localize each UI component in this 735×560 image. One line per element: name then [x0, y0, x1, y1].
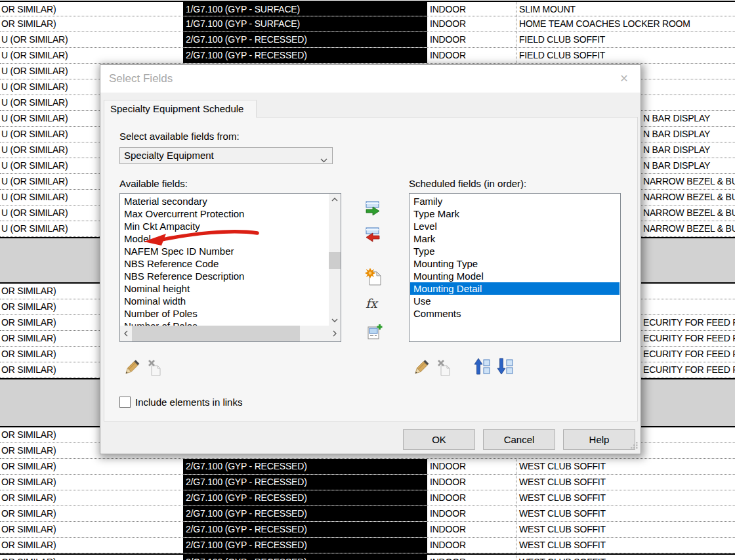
table-cell[interactable]: NARROW BEZEL & BU [643, 221, 735, 236]
table-cell[interactable]: WEST CLUB SOFFIT [519, 538, 606, 553]
new-parameter-icon[interactable] [365, 267, 383, 290]
remove-parameter-icon[interactable] [364, 226, 382, 247]
table-cell[interactable]: OR SIMILAR) [1, 315, 56, 330]
list-item[interactable]: Mounting Detail [410, 282, 620, 295]
table-cell[interactable]: FIELD CLUB SOFFIT [519, 32, 605, 47]
list-item[interactable]: Level [410, 220, 620, 232]
table-cell[interactable]: U (OR SIMILAR) [1, 221, 68, 236]
scheduled-fields-list[interactable]: FamilyType MarkLevelMarkTypeMounting Typ… [409, 193, 621, 342]
table-cell[interactable]: U (OR SIMILAR) [1, 32, 68, 47]
list-item[interactable]: Mounting Type [410, 257, 620, 270]
table-cell[interactable]: 2/G7.100 (GYP - RECESSED) [183, 475, 427, 490]
scroll-up-icon[interactable] [329, 194, 341, 205]
table-cell[interactable]: 2/G7.100 (GYP - RECESSED) [183, 522, 427, 537]
table-cell[interactable]: 1/G7.100 (GYP - SURFACE) [183, 2, 427, 16]
list-item[interactable]: Number of Poles [121, 320, 316, 326]
list-item[interactable]: Family [410, 195, 620, 207]
table-cell[interactable]: WEST CLUB SOFFIT [519, 459, 606, 474]
scroll-left-icon[interactable] [120, 326, 132, 341]
table-cell[interactable]: NARROW BEZEL & BU [643, 190, 735, 205]
list-item[interactable]: Model [121, 232, 316, 245]
table-cell[interactable]: N BAR DISPLAY [643, 158, 710, 173]
table-cell[interactable]: INDOOR [427, 538, 516, 553]
table-cell[interactable]: INDOOR [427, 555, 516, 560]
table-cell[interactable]: 2/G7.100 (GYP - RECESSED) [183, 490, 427, 506]
table-cell[interactable]: U (OR SIMILAR) [1, 142, 68, 158]
table-cell[interactable]: U (OR SIMILAR) [1, 174, 68, 189]
table-cell[interactable]: U (OR SIMILAR) [1, 190, 68, 205]
table-cell[interactable]: WEST CLUB SOFFIT [519, 555, 606, 560]
table-cell[interactable]: HOME TEAM COACHES LOCKER ROOM [519, 16, 690, 32]
delete-parameter-icon[interactable] [146, 358, 165, 379]
table-cell[interactable]: U (OR SIMILAR) [1, 48, 68, 63]
table-cell[interactable]: NARROW BEZEL & BU [643, 174, 735, 189]
table-cell[interactable]: OR SIMILAR) [1, 16, 56, 32]
table-cell[interactable]: OR SIMILAR) [1, 347, 56, 362]
edit-parameter-icon[interactable] [122, 358, 140, 379]
list-item[interactable]: Mounting Model [410, 270, 620, 282]
table-cell[interactable]: 2/G7.100 (GYP - RECESSED) [183, 555, 427, 560]
include-elements-in-links-checkbox[interactable] [119, 397, 131, 408]
table-cell[interactable]: OR SIMILAR) [1, 490, 56, 506]
list-item[interactable]: NAFEM Spec ID Number [121, 245, 316, 257]
table-cell[interactable]: OR SIMILAR) [1, 427, 56, 442]
table-cell[interactable]: OR SIMILAR) [1, 506, 56, 521]
table-cell[interactable]: ECURITY FOR FEED RE [643, 347, 735, 362]
table-cell[interactable]: OR SIMILAR) [1, 331, 56, 346]
table-cell[interactable]: OR SIMILAR) [1, 443, 56, 458]
table-cell[interactable]: INDOOR [427, 16, 516, 32]
help-button[interactable]: Help [563, 429, 635, 450]
scrollbar-thumb[interactable] [329, 252, 341, 269]
list-item[interactable]: Type Mark [410, 207, 620, 220]
table-cell[interactable]: INDOOR [427, 522, 516, 537]
table-cell[interactable]: 2/G7.100 (GYP - RECESSED) [183, 48, 427, 63]
table-cell[interactable]: 1/G7.100 (GYP - SURFACE) [183, 16, 427, 32]
table-cell[interactable]: OR SIMILAR) [1, 299, 56, 314]
table-cell[interactable]: OR SIMILAR) [1, 555, 56, 560]
list-item[interactable]: NBS Reference Code [121, 257, 316, 270]
cancel-button[interactable]: Cancel [483, 429, 555, 450]
table-cell[interactable]: U (OR SIMILAR) [1, 158, 68, 173]
table-cell[interactable]: ECURITY FOR FEED RE [643, 362, 735, 377]
table-cell[interactable]: SLIM MOUNT [519, 2, 576, 16]
horizontal-scrollbar[interactable] [120, 326, 341, 341]
table-cell[interactable]: N BAR DISPLAY [643, 142, 710, 158]
table-cell[interactable]: WEST CLUB SOFFIT [519, 475, 606, 490]
list-item[interactable]: Max Overcurrent Protection [121, 207, 316, 220]
table-cell[interactable]: U (OR SIMILAR) [1, 64, 68, 79]
tab-specialty-equipment-schedule[interactable]: Specialty Equipment Schedule [104, 100, 257, 118]
scroll-down-icon[interactable] [329, 314, 341, 326]
table-cell[interactable]: OR SIMILAR) [1, 2, 56, 16]
edit-parameter-icon[interactable] [411, 358, 430, 379]
combine-parameters-icon[interactable] [365, 323, 383, 344]
resize-grip[interactable] [630, 440, 638, 452]
table-cell[interactable]: OR SIMILAR) [1, 459, 56, 474]
table-cell[interactable]: NARROW BEZEL & BU [643, 205, 735, 221]
fields-from-dropdown[interactable]: Specialty Equipment [119, 147, 333, 164]
scroll-right-icon[interactable] [329, 326, 341, 341]
list-item[interactable]: Type [410, 245, 620, 257]
table-cell[interactable]: N BAR DISPLAY [643, 127, 710, 142]
close-icon[interactable]: ✕ [616, 71, 632, 87]
list-item[interactable]: Min Ckt Ampacity [121, 220, 316, 232]
available-fields-list[interactable]: Material secondaryMax Overcurrent Protec… [119, 193, 341, 342]
list-item[interactable]: Use [410, 295, 620, 307]
table-cell[interactable]: 2/G7.100 (GYP - RECESSED) [183, 32, 427, 47]
move-up-icon[interactable] [474, 357, 492, 379]
table-cell[interactable]: OR SIMILAR) [1, 362, 56, 377]
calculated-value-icon[interactable]: fx [366, 296, 377, 311]
table-cell[interactable]: OR SIMILAR) [1, 475, 56, 490]
table-cell[interactable]: FIELD CLUB SOFFIT [519, 48, 605, 63]
table-cell[interactable]: WEST CLUB SOFFIT [519, 522, 606, 537]
table-cell[interactable]: ECURITY FOR FEED RE [643, 315, 735, 330]
table-cell[interactable]: OR SIMILAR) [1, 284, 56, 299]
vertical-scrollbar[interactable] [329, 194, 341, 326]
table-cell[interactable]: INDOOR [427, 459, 516, 474]
table-cell[interactable]: INDOOR [427, 48, 516, 63]
list-item[interactable]: Nominal height [121, 282, 316, 295]
add-parameter-icon[interactable] [364, 200, 382, 221]
list-item[interactable]: NBS Reference Description [121, 270, 316, 282]
move-down-icon[interactable] [497, 357, 515, 379]
table-cell[interactable]: INDOOR [427, 490, 516, 506]
table-cell[interactable]: INDOOR [427, 2, 516, 16]
